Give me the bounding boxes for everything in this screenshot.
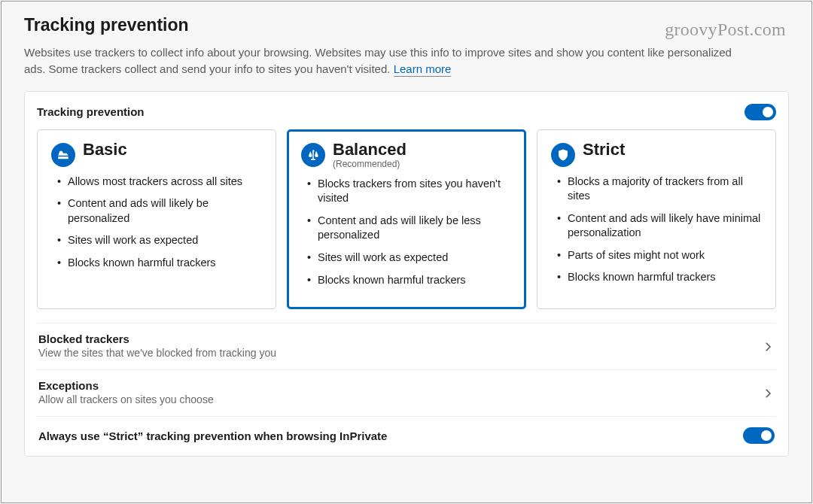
learn-more-link[interactable]: Learn more — [394, 62, 452, 77]
list-item: Sites will work as expected — [301, 250, 512, 266]
list-item: Parts of sites might not work — [551, 248, 762, 263]
level-basic-list: Allows most trackers across all sites Co… — [51, 175, 262, 271]
basic-icon — [51, 143, 75, 167]
inprivate-strict-row: Always use “Strict” tracking prevention … — [37, 416, 776, 444]
blocked-trackers-subtitle: View the sites that we've blocked from t… — [38, 347, 761, 359]
page-description: Websites use trackers to collect info ab… — [24, 44, 754, 77]
exceptions-title: Exceptions — [38, 379, 761, 392]
level-balanced-list: Blocks trackers from sites you haven't v… — [301, 177, 512, 287]
list-item: Blocks known harmful trackers — [301, 273, 512, 288]
list-item: Blocks a majority of trackers from all s… — [551, 175, 762, 204]
level-balanced-title: Balanced — [333, 141, 406, 159]
list-item: Allows most trackers across all sites — [51, 175, 262, 190]
tracking-prevention-toggle[interactable] — [744, 104, 776, 120]
level-strict-list: Blocks a majority of trackers from all s… — [551, 175, 762, 285]
watermark-text: groovyPost.com — [665, 20, 786, 40]
page-description-text: Websites use trackers to collect info ab… — [24, 46, 732, 75]
level-balanced[interactable]: Balanced (Recommended) Blocks trackers f… — [287, 129, 526, 310]
chevron-right-icon — [761, 332, 775, 357]
blocked-trackers-row[interactable]: Blocked trackers View the sites that we'… — [37, 323, 776, 369]
level-strict[interactable]: Strict Blocks a majority of trackers fro… — [537, 129, 776, 310]
panel-header-row: Tracking prevention — [37, 104, 776, 120]
panel-title: Tracking prevention — [37, 105, 145, 118]
exceptions-row[interactable]: Exceptions Allow all trackers on sites y… — [37, 369, 776, 416]
level-balanced-subtitle: (Recommended) — [333, 159, 406, 169]
exceptions-subtitle: Allow all trackers on sites you choose — [38, 393, 761, 405]
tracking-prevention-panel: Tracking prevention Basic Allows most tr… — [24, 91, 789, 457]
list-item: Content and ads will likely be personali… — [51, 196, 262, 226]
shield-icon — [551, 143, 575, 167]
inprivate-strict-toggle[interactable] — [743, 427, 775, 444]
level-strict-title: Strict — [583, 141, 625, 159]
list-item: Content and ads will likely have minimal… — [551, 211, 762, 241]
list-item: Sites will work as expected — [51, 233, 262, 248]
list-item: Blocks trackers from sites you haven't v… — [301, 177, 512, 206]
inprivate-strict-label: Always use “Strict” tracking prevention … — [38, 430, 387, 442]
list-item: Content and ads will likely be less pers… — [301, 214, 512, 243]
list-item: Blocks known harmful trackers — [51, 256, 262, 271]
chevron-right-icon — [761, 379, 775, 403]
list-item: Blocks known harmful trackers — [551, 270, 762, 285]
balance-scale-icon — [301, 143, 325, 167]
level-basic-title: Basic — [83, 141, 127, 159]
level-basic[interactable]: Basic Allows most trackers across all si… — [37, 129, 276, 310]
blocked-trackers-title: Blocked trackers — [38, 332, 761, 345]
levels-container: Basic Allows most trackers across all si… — [37, 129, 776, 310]
